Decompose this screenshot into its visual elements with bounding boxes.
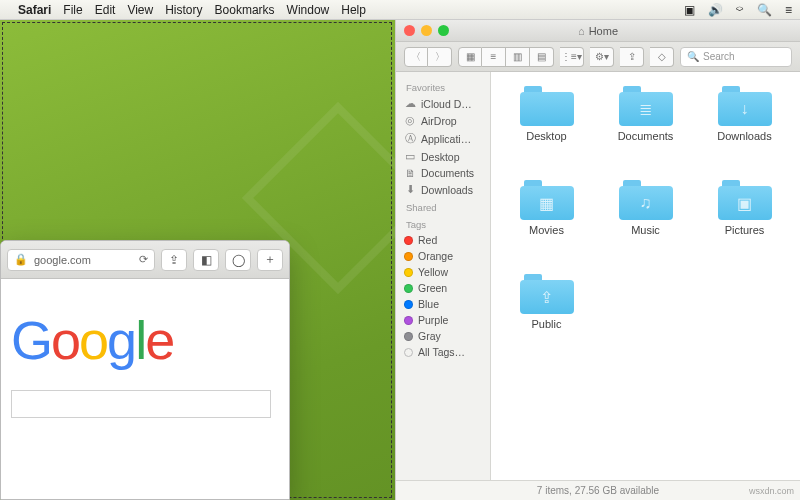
menu-history[interactable]: History xyxy=(165,3,202,17)
google-logo: Google xyxy=(11,309,279,372)
sidebar-item-airdrop[interactable]: ◎AirDrop xyxy=(396,112,490,129)
nav-buttons: 〈 〉 xyxy=(404,47,452,67)
finder-search[interactable]: 🔍 Search xyxy=(680,47,792,67)
screen-record-icon[interactable]: ▣ xyxy=(684,3,695,17)
view-columns-button[interactable]: ▥ xyxy=(506,47,530,67)
folder-movies[interactable]: ▦Movies xyxy=(499,180,594,270)
cloud-icon: ☁ xyxy=(404,97,416,110)
menu-file[interactable]: File xyxy=(63,3,82,17)
finder-statusbar: 7 items, 27.56 GB available xyxy=(396,480,800,500)
watermark: wsxdn.com xyxy=(749,486,794,496)
sidebar-tag-yellow[interactable]: Yellow xyxy=(396,264,490,280)
new-tab-button[interactable]: ＋ xyxy=(257,249,283,271)
folder-documents[interactable]: ≣Documents xyxy=(598,86,693,176)
sidebar-heading-favorites: Favorites xyxy=(396,78,490,95)
menu-bar: Safari File Edit View History Bookmarks … xyxy=(0,0,800,20)
safari-toolbar: 🔒 google.com ⟳ ⇪ ◧ ◯ ＋ xyxy=(1,241,289,279)
sidebar-tag-blue[interactable]: Blue xyxy=(396,296,490,312)
folder-icon: ▣ xyxy=(718,186,772,220)
finder-title: Home xyxy=(589,25,618,37)
sidebar-heading-tags: Tags xyxy=(396,215,490,232)
tabs-button[interactable]: ◧ xyxy=(193,249,219,271)
airdrop-icon: ◎ xyxy=(404,114,416,127)
address-bar[interactable]: 🔒 google.com ⟳ xyxy=(7,249,155,271)
sidebar-item-desktop[interactable]: ▭Desktop xyxy=(396,148,490,165)
menu-help[interactable]: Help xyxy=(341,3,366,17)
folder-desktop[interactable]: Desktop xyxy=(499,86,594,176)
tag-dot-blue xyxy=(404,300,413,309)
search-placeholder: Search xyxy=(703,51,735,62)
url-host: google.com xyxy=(34,254,91,266)
forward-button[interactable]: 〉 xyxy=(428,47,452,67)
folder-icon: ▦ xyxy=(520,186,574,220)
minimize-button[interactable] xyxy=(421,25,432,36)
action-button[interactable]: ⚙▾ xyxy=(590,47,614,67)
app-menu[interactable]: Safari xyxy=(18,3,51,17)
reload-icon[interactable]: ⟳ xyxy=(139,253,148,266)
safari-window[interactable]: 🔒 google.com ⟳ ⇪ ◧ ◯ ＋ Google xyxy=(0,240,290,500)
google-search-input[interactable] xyxy=(11,390,271,418)
folder-pictures[interactable]: ▣Pictures xyxy=(697,180,792,270)
menu-window[interactable]: Window xyxy=(287,3,330,17)
zoom-button[interactable] xyxy=(438,25,449,36)
back-button[interactable]: 〈 xyxy=(404,47,428,67)
menu-bookmarks[interactable]: Bookmarks xyxy=(215,3,275,17)
tag-dot-red xyxy=(404,236,413,245)
tag-dot-orange xyxy=(404,252,413,261)
notifications-icon[interactable]: ≡ xyxy=(785,3,792,17)
lock-icon: 🔒 xyxy=(14,253,28,266)
close-button[interactable] xyxy=(404,25,415,36)
menu-edit[interactable]: Edit xyxy=(95,3,116,17)
tags-toolbar-button[interactable]: ◇ xyxy=(650,47,674,67)
sidebar-tag-green[interactable]: Green xyxy=(396,280,490,296)
folder-icon: ♫ xyxy=(619,186,673,220)
sidebar-item-icloud[interactable]: ☁iCloud D… xyxy=(396,95,490,112)
folder-downloads[interactable]: ↓Downloads xyxy=(697,86,792,176)
folder-music[interactable]: ♫Music xyxy=(598,180,693,270)
tag-dot-purple xyxy=(404,316,413,325)
share-toolbar-button[interactable]: ⇪ xyxy=(620,47,644,67)
tag-dot-gray xyxy=(404,332,413,341)
sidebar-item-downloads[interactable]: ⬇Downloads xyxy=(396,181,490,198)
download-icon: ⬇ xyxy=(404,183,416,196)
tag-dot-green xyxy=(404,284,413,293)
spotlight-icon[interactable]: 🔍 xyxy=(757,3,772,17)
arrange-button[interactable]: ⋮≡▾ xyxy=(560,47,584,67)
folder-icon: ↓ xyxy=(718,92,772,126)
sidebar-heading-shared: Shared xyxy=(396,198,490,215)
share-button[interactable]: ⇪ xyxy=(161,249,187,271)
apps-icon: Ⓐ xyxy=(404,131,416,146)
sidebar-tag-red[interactable]: Red xyxy=(396,232,490,248)
finder-content[interactable]: Desktop ≣Documents ↓Downloads ▦Movies ♫M… xyxy=(491,72,800,480)
volume-icon[interactable]: 🔊 xyxy=(708,3,723,17)
finder-window[interactable]: ⌂ Home 〈 〉 ▦ ≡ ▥ ▤ ⋮≡▾ ⚙▾ ⇪ ◇ 🔍 Search F… xyxy=(395,20,800,500)
view-coverflow-button[interactable]: ▤ xyxy=(530,47,554,67)
tag-dot-all xyxy=(404,348,413,357)
wifi-icon[interactable]: ⌔ xyxy=(736,3,743,17)
adblock-button[interactable]: ◯ xyxy=(225,249,251,271)
tag-dot-yellow xyxy=(404,268,413,277)
menu-view[interactable]: View xyxy=(127,3,153,17)
folder-icon xyxy=(520,92,574,126)
view-icons-button[interactable]: ▦ xyxy=(458,47,482,67)
sidebar-item-applications[interactable]: ⒶApplicati… xyxy=(396,129,490,148)
view-list-button[interactable]: ≡ xyxy=(482,47,506,67)
folder-public[interactable]: ⇪Public xyxy=(499,274,594,364)
window-controls[interactable] xyxy=(404,25,449,36)
doc-icon: 🗎 xyxy=(404,167,416,179)
finder-titlebar[interactable]: ⌂ Home xyxy=(396,20,800,42)
folder-icon: ⇪ xyxy=(520,280,574,314)
sidebar-tag-gray[interactable]: Gray xyxy=(396,328,490,344)
desktop-icon: ▭ xyxy=(404,150,416,163)
sidebar-tag-purple[interactable]: Purple xyxy=(396,312,490,328)
menu-status-icons: ▣ 🔊 ⌔ 🔍 ≡ xyxy=(674,3,792,17)
sidebar-tag-all[interactable]: All Tags… xyxy=(396,344,490,360)
search-icon: 🔍 xyxy=(687,51,699,62)
folder-icon: ≣ xyxy=(619,92,673,126)
safari-page-content: Google xyxy=(1,279,289,428)
home-icon: ⌂ xyxy=(578,25,585,37)
view-switcher: ▦ ≡ ▥ ▤ xyxy=(458,47,554,67)
finder-sidebar: Favorites ☁iCloud D… ◎AirDrop ⒶApplicati… xyxy=(396,72,491,480)
sidebar-item-documents[interactable]: 🗎Documents xyxy=(396,165,490,181)
sidebar-tag-orange[interactable]: Orange xyxy=(396,248,490,264)
